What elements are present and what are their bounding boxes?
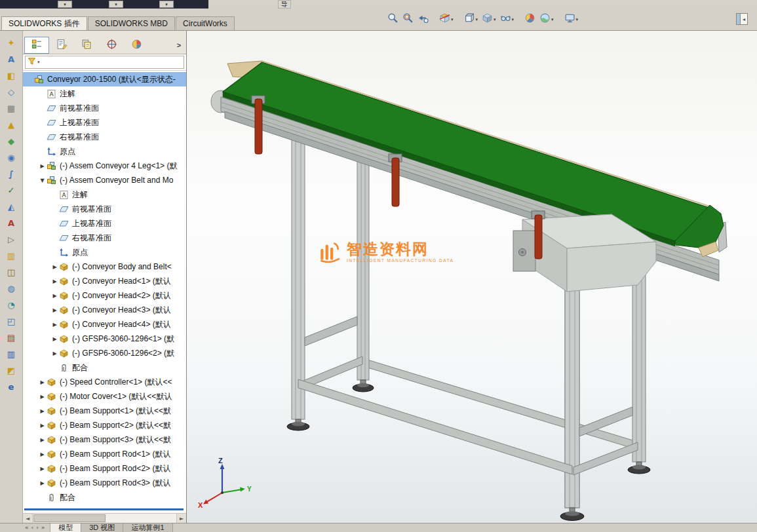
expand-arrow-icon[interactable]: ▶ <box>38 394 47 400</box>
left-tool-20-button[interactable]: ▥ <box>3 347 19 360</box>
tree-item[interactable]: 上视基准面 <box>23 216 186 231</box>
tree-item[interactable]: ▶(-) Conveyor Body and Belt< <box>23 259 186 274</box>
dropdown-caret-icon[interactable]: ▾ <box>512 17 514 22</box>
dropdown-caret-icon[interactable]: ▾ <box>476 17 478 22</box>
left-tool-14-button[interactable]: ▥ <box>3 249 19 262</box>
left-tool-9-button[interactable]: ∫ <box>3 167 19 180</box>
left-tool-4-button[interactable]: ◇ <box>3 85 19 98</box>
foot-front-right[interactable] <box>560 508 584 521</box>
left-tool-5-button[interactable]: ▦ <box>3 102 19 115</box>
expand-arrow-icon[interactable]: ▶ <box>38 379 47 385</box>
tree-item[interactable]: A注解 <box>23 187 186 202</box>
tree-item[interactable]: ▶(-) Motor Cover<1> (默认<<默认 <box>23 389 186 404</box>
dropdown-caret-icon[interactable]: ▾ <box>494 17 496 22</box>
view-settings-button[interactable]: ▾ <box>562 11 581 28</box>
panel-tab-propertymanager[interactable] <box>49 37 74 54</box>
ribbon-tab-2[interactable]: SOLIDWORKS MBD <box>88 16 175 30</box>
bottom-nav-button-2[interactable]: ‹ <box>31 525 34 531</box>
panel-tab-displaymanager[interactable] <box>124 37 149 54</box>
bottom-nav-button-1[interactable]: « <box>25 525 29 531</box>
previous-view-button[interactable] <box>416 11 431 28</box>
bottom-tab-3[interactable]: 运动算例1 <box>123 523 172 532</box>
foot-front-left[interactable] <box>287 419 309 430</box>
hide-show-items-button[interactable]: ▾ <box>498 11 516 28</box>
dropdown-caret-icon[interactable]: ▾ <box>551 17 554 22</box>
tree-item[interactable]: 上视基准面 <box>23 115 186 130</box>
zoom-to-fit-button[interactable] <box>385 11 400 28</box>
section-view-button[interactable]: ▾ <box>437 11 456 28</box>
tree-item[interactable]: ▶(-) Conveyor Head<1> (默认 <box>23 274 186 288</box>
tree-item[interactable]: ▶(-) GFSP6-3060-1296<1> (默 <box>23 332 186 346</box>
ribbon-tab-1[interactable]: SOLIDWORKS 插件 <box>1 16 87 30</box>
left-tool-12-button[interactable]: A <box>3 216 19 229</box>
expand-arrow-icon[interactable]: ▶ <box>38 466 47 472</box>
beam-support-rod-2[interactable] <box>389 154 402 206</box>
expand-arrow-icon[interactable]: ▶ <box>38 437 47 443</box>
bottom-nav-button-4[interactable]: » <box>41 525 45 531</box>
tree-item[interactable]: 右视基准面 <box>23 231 186 245</box>
tree-item[interactable]: ▶(-) Conveyor Head<2> (默认 <box>23 288 186 303</box>
tree-item[interactable]: Conveyor 200-1500 (默认<显示状态- <box>23 72 186 86</box>
tree-item[interactable]: ▶(-) Beam Support Rod<2> (默认 <box>23 461 186 476</box>
zoom-to-area-button[interactable] <box>400 11 416 28</box>
left-tool-3-button[interactable]: ◧ <box>3 69 19 82</box>
left-tool-19-button[interactable]: ▤ <box>3 331 19 344</box>
foot-back-right[interactable] <box>628 462 650 474</box>
left-tool-6-button[interactable]: ▲ <box>3 118 19 131</box>
foot-back-left[interactable] <box>353 380 374 392</box>
scroll-left-button[interactable]: ◄ <box>23 514 33 523</box>
edit-appearance-button[interactable] <box>522 11 537 28</box>
bottom-tab-1[interactable]: 模型 <box>50 523 81 532</box>
tree-item[interactable]: 配合 <box>23 360 186 375</box>
expand-arrow-icon[interactable]: ▶ <box>50 278 59 284</box>
left-tool-7-button[interactable]: ◆ <box>3 134 19 147</box>
expand-arrow-icon[interactable]: ▶ <box>50 307 59 313</box>
tree-item[interactable]: ▶(-) Beam Support<1> (默认<<默 <box>23 404 186 418</box>
left-tool-16-button[interactable]: ◍ <box>3 282 19 295</box>
beam-support-back[interactable] <box>363 358 639 450</box>
tree-item[interactable]: ▶(-) Beam Support<3> (默认<<默 <box>23 432 186 447</box>
left-tool-11-button[interactable]: ◭ <box>3 200 19 213</box>
apply-scene-button[interactable]: ▾ <box>537 11 556 28</box>
tree-item[interactable]: A注解 <box>23 86 186 101</box>
tree-item[interactable]: 原点 <box>23 144 186 159</box>
left-tool-10-button[interactable]: ✓ <box>3 183 19 197</box>
panel-tab-overflow-chevron[interactable]: > <box>173 37 185 54</box>
tree-item[interactable]: ▶(-) Speed Controller<1> (默认<< <box>23 375 186 389</box>
chevron-down-icon[interactable]: ▾ <box>37 60 40 65</box>
collapsed-toolbar-dropdown-1[interactable]: ▾ <box>58 1 72 8</box>
left-tool-15-button[interactable]: ◫ <box>3 265 19 278</box>
expand-arrow-icon[interactable]: ▶ <box>38 480 47 486</box>
tree-item[interactable]: ▶(-) Beam Support<2> (默认<<默 <box>23 418 186 432</box>
left-tool-2-button[interactable]: A <box>3 52 19 66</box>
tree-horizontal-scrollbar[interactable]: ◄ ► <box>23 513 186 523</box>
expand-arrow-icon[interactable]: ▶ <box>38 408 47 414</box>
panel-tab-dimxpertmanager[interactable] <box>99 37 124 54</box>
tree-item[interactable]: ▶(-) Conveyor Head<3> (默认 <box>23 303 186 317</box>
dropdown-caret-icon[interactable]: ▾ <box>451 17 454 22</box>
left-tool-8-button[interactable]: ◉ <box>3 151 19 164</box>
task-pane-toggle-button[interactable]: ◂ <box>736 13 748 25</box>
tree-item[interactable]: ▶(-) Conveyor Head<4> (默认 <box>23 317 186 332</box>
left-tool-21-button[interactable]: ◩ <box>3 364 19 377</box>
left-tool-1-button[interactable]: ✦ <box>3 36 19 49</box>
expand-arrow-icon[interactable]: ▶ <box>38 163 47 169</box>
ribbon-tab-3[interactable]: CircuitWorks <box>176 16 235 30</box>
expand-arrow-icon[interactable]: ▶ <box>50 351 59 356</box>
left-tool-22-button[interactable]: e <box>3 380 19 393</box>
left-tool-17-button[interactable]: ◔ <box>3 298 19 311</box>
tree-item[interactable]: ▼(-) Assem Conveyor Belt and Mo <box>23 173 186 187</box>
scroll-right-button[interactable]: ► <box>176 514 186 523</box>
panel-tab-configurationmanager[interactable] <box>74 37 99 54</box>
expand-arrow-icon[interactable]: ▶ <box>38 423 47 428</box>
expand-arrow-icon[interactable]: ▶ <box>38 451 47 457</box>
toolbar-overflow-label[interactable]: 导 <box>278 0 291 9</box>
display-style-button[interactable]: ▾ <box>480 11 498 28</box>
expand-arrow-icon[interactable]: ▶ <box>50 336 59 342</box>
tree-item[interactable]: ▶(-) Assem Conveyor 4 Leg<1> (默 <box>23 159 186 173</box>
tree-item[interactable]: ▶(-) Beam Support Rod<3> (默认 <box>23 476 186 490</box>
collapsed-toolbar-dropdown-3[interactable]: ▾ <box>159 1 174 8</box>
bottom-nav-button-3[interactable]: › <box>36 525 39 531</box>
tree-item[interactable]: ▶(-) GFSP6-3060-1296<2> (默 <box>23 346 186 360</box>
panel-tab-featuremanager[interactable] <box>24 37 49 54</box>
